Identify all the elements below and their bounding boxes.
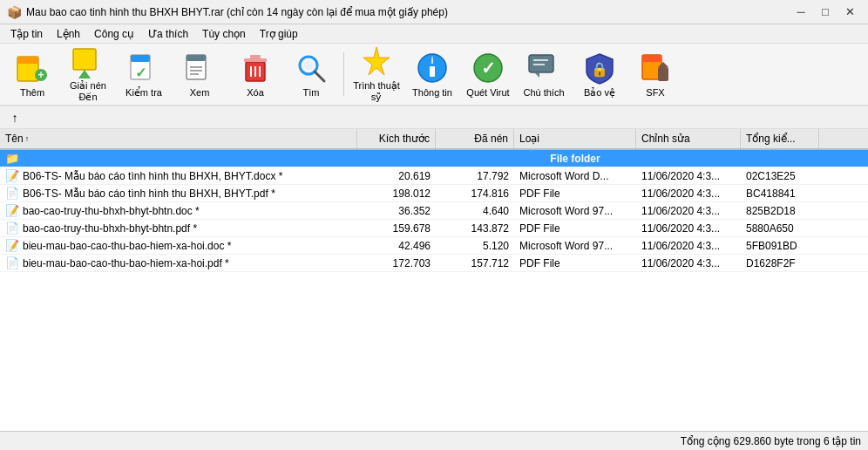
- column-header-modified[interactable]: Chỉnh sửa: [636, 129, 741, 148]
- svg-marker-23: [363, 47, 390, 75]
- find-icon: [294, 51, 329, 85]
- file-type-cell: File folder: [514, 153, 636, 165]
- toolbar-extract-button[interactable]: Giải nén Đến: [61, 46, 115, 102]
- toolbar-find-button[interactable]: Tìm: [284, 46, 338, 102]
- toolbar-protect-button[interactable]: 🔒Bảo vệ: [573, 46, 627, 102]
- table-row[interactable]: 📝bao-cao-truy-thu-bhxh-bhyt-bhtn.doc *36…: [0, 202, 868, 220]
- column-header-name[interactable]: Tên ↑: [0, 129, 357, 148]
- column-header-type[interactable]: Loại: [514, 129, 636, 148]
- menu-item-lệnh[interactable]: Lệnh: [50, 26, 87, 42]
- svg-rect-26: [430, 66, 435, 77]
- svg-rect-15: [244, 58, 267, 62]
- status-bar: Tổng cộng 629.860 byte trong 6 tập tin: [0, 431, 868, 450]
- title-bar: 📦 Mau bao cao tinh hinh thu BHXH BHYT.ra…: [0, 0, 868, 24]
- toolbar-comment-button[interactable]: Chú thích: [517, 46, 571, 102]
- toolbar-test-button[interactable]: ✓Kiểm tra: [117, 46, 171, 102]
- svg-rect-35: [642, 55, 661, 62]
- toolbar-add-label: Thêm: [20, 87, 44, 98]
- file-size-cell: 198.012: [357, 188, 436, 200]
- file-crc-cell: 5880A650: [741, 222, 819, 235]
- toolbar-wizard-label: Trình thuật sỹ: [350, 80, 403, 103]
- file-packed-cell: 143.872: [436, 222, 514, 235]
- menu-item-tập-tin[interactable]: Tập tin: [3, 26, 50, 42]
- file-name-cell: 📄bao-cao-truy-thu-bhxh-bhyt-bhtn.pdf *: [0, 222, 357, 235]
- file-size-cell: 36.352: [357, 205, 436, 217]
- column-header-crc[interactable]: Tổng kiể...: [741, 129, 819, 148]
- protect-icon: 🔒: [582, 51, 617, 85]
- minimize-button[interactable]: ─: [790, 3, 812, 22]
- svg-text:✓: ✓: [135, 65, 146, 80]
- file-packed-cell: 5.120: [436, 240, 514, 252]
- file-modified-cell: 11/06/2020 4:3...: [636, 170, 741, 182]
- table-row[interactable]: 📁File folder: [0, 150, 868, 167]
- toolbar-wizard-button[interactable]: Trình thuật sỹ: [349, 46, 403, 102]
- extract-icon: [71, 45, 105, 78]
- svg-text:i: i: [431, 55, 433, 65]
- toolbar-scan-label: Quét Virut: [466, 87, 509, 98]
- svg-text:+: +: [37, 69, 44, 81]
- app-icon: 📦: [7, 5, 21, 19]
- toolbar-delete-label: Xóa: [247, 87, 264, 98]
- navigate-up-button[interactable]: ↑: [5, 109, 24, 126]
- toolbar-info-button[interactable]: iThông tin: [405, 46, 459, 102]
- file-type-cell: Microsoft Word D...: [514, 170, 636, 182]
- file-type-cell: PDF File: [514, 188, 636, 200]
- menu-item-trợ-giúp[interactable]: Trợ giúp: [253, 26, 305, 42]
- file-modified-cell: 11/06/2020 4:3...: [636, 222, 741, 235]
- file-icon: 📝: [5, 169, 19, 182]
- svg-rect-16: [250, 55, 261, 58]
- file-icon: 📄: [5, 187, 19, 200]
- toolbar-test-label: Kiểm tra: [125, 87, 162, 99]
- status-text: Tổng cộng 629.860 byte trong 6 tập tin: [681, 435, 861, 447]
- menu-item-tùy-chọn[interactable]: Tùy chọn: [195, 26, 253, 42]
- file-modified-cell: 11/06/2020 4:3...: [636, 205, 741, 217]
- svg-marker-5: [78, 70, 91, 78]
- maximize-button[interactable]: □: [814, 3, 837, 22]
- file-name-text: bieu-mau-bao-cao-thu-bao-hiem-xa-hoi.pdf…: [23, 257, 229, 269]
- svg-rect-10: [186, 55, 206, 61]
- file-size-cell: 172.703: [357, 257, 436, 269]
- svg-rect-4: [73, 49, 96, 70]
- svg-rect-1: [17, 57, 38, 64]
- test-icon: ✓: [126, 51, 161, 85]
- table-row[interactable]: 📄bieu-mau-bao-cao-thu-bao-hiem-xa-hoi.pd…: [0, 255, 868, 272]
- wizard-icon: [359, 45, 394, 78]
- toolbar-add-button[interactable]: +Thêm: [5, 46, 59, 102]
- file-name-cell: 📄bieu-mau-bao-cao-thu-bao-hiem-xa-hoi.pd…: [0, 256, 357, 269]
- file-modified-cell: 11/06/2020 4:3...: [636, 188, 741, 200]
- title-controls: ─ □ ✕: [790, 3, 861, 22]
- file-crc-cell: 825B2D18: [741, 205, 819, 217]
- toolbar-sfx-label: SFX: [646, 87, 664, 98]
- svg-rect-7: [131, 55, 150, 62]
- file-size-cell: 159.678: [357, 222, 436, 235]
- toolbar-scan-button[interactable]: ✓Quét Virut: [461, 46, 515, 102]
- svg-point-21: [304, 61, 313, 70]
- file-name-text: B06-TS- Mẫu báo cáo tình hình thu BHXH, …: [23, 188, 275, 200]
- column-header-packed[interactable]: Đã nén: [436, 129, 514, 148]
- table-row[interactable]: 📝B06-TS- Mẫu báo cáo tình hình thu BHXH,…: [0, 167, 868, 185]
- table-row[interactable]: 📄B06-TS- Mẫu báo cáo tình hình thu BHXH,…: [0, 185, 868, 202]
- table-row[interactable]: 📄bao-cao-truy-thu-bhxh-bhyt-bhtn.pdf *15…: [0, 220, 868, 237]
- toolbar-view-button[interactable]: Xem: [173, 46, 227, 102]
- toolbar-info-label: Thông tin: [412, 87, 452, 98]
- menu-item-công-cụ[interactable]: Công cụ: [87, 26, 141, 42]
- file-packed-cell: 157.712: [436, 257, 514, 269]
- svg-rect-29: [529, 55, 553, 72]
- file-packed-cell: 4.640: [436, 205, 514, 217]
- file-crc-cell: 5FB091BD: [741, 240, 819, 252]
- file-crc-cell: BC418841: [741, 188, 819, 200]
- table-row[interactable]: 📝bieu-mau-bao-cao-thu-bao-hiem-xa-hoi.do…: [0, 237, 868, 255]
- nav-bar: ↑: [0, 106, 868, 129]
- toolbar-find-label: Tìm: [303, 87, 320, 98]
- toolbar-delete-button[interactable]: Xóa: [228, 46, 282, 102]
- file-type-cell: Microsoft Word 97...: [514, 240, 636, 252]
- toolbar: +ThêmGiải nén Đến✓Kiểm traXemXóaTìmTrình…: [0, 44, 868, 106]
- menu-item-ưa-thích[interactable]: Ưa thích: [141, 26, 195, 42]
- close-button[interactable]: ✕: [838, 3, 861, 22]
- file-icon: 📄: [5, 256, 19, 269]
- add-icon: +: [15, 51, 50, 85]
- file-size-cell: 42.496: [357, 240, 436, 252]
- file-name-text: bieu-mau-bao-cao-thu-bao-hiem-xa-hoi.doc…: [23, 240, 231, 252]
- column-header-size[interactable]: Kích thước: [357, 129, 436, 148]
- toolbar-sfx-button[interactable]: SFX: [628, 46, 682, 102]
